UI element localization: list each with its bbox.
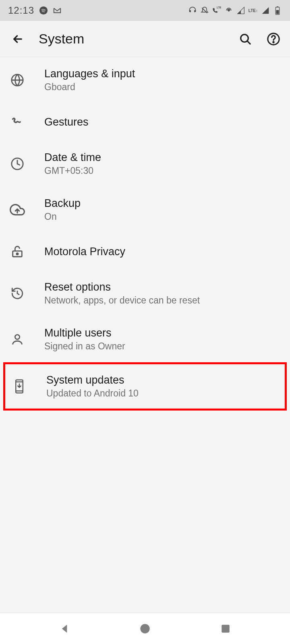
backup-item[interactable]: Backup On: [0, 187, 290, 233]
item-subtitle: Updated to Android 10: [46, 388, 139, 399]
item-text: Date & time GMT+05:30: [44, 151, 101, 176]
item-title: Multiple users: [44, 327, 125, 339]
status-right: LTE LTE↕: [188, 6, 282, 15]
battery-icon: [273, 6, 282, 15]
nav-home-button[interactable]: [135, 619, 155, 639]
clock-icon: [9, 155, 26, 172]
signal-1-icon: [236, 6, 245, 15]
motorola-privacy-item[interactable]: Motorola Privacy: [0, 233, 290, 270]
status-left: 12:13: [8, 5, 62, 16]
item-text: Multiple users Signed in as Owner: [44, 327, 125, 352]
cloud-upload-icon: [9, 201, 26, 218]
item-title: Date & time: [44, 151, 101, 164]
date-time-item[interactable]: Date & time GMT+05:30: [0, 141, 290, 187]
svg-point-13: [15, 335, 19, 339]
nav-bar: [0, 613, 290, 644]
multiple-users-item[interactable]: Multiple users Signed in as Owner: [0, 316, 290, 362]
svg-point-8: [273, 41, 274, 42]
person-icon: [9, 331, 26, 348]
globe-icon: [9, 72, 26, 89]
item-text: Backup On: [44, 197, 81, 222]
item-text: Motorola Privacy: [44, 246, 125, 258]
system-update-icon: [11, 378, 28, 395]
status-time: 12:13: [8, 5, 34, 16]
page-title: System: [39, 31, 226, 47]
unlock-icon: [9, 243, 26, 260]
item-title: Motorola Privacy: [44, 246, 125, 258]
search-button[interactable]: [238, 32, 252, 46]
svg-text:LTE: LTE: [217, 6, 221, 9]
item-title: Backup: [44, 197, 81, 210]
signal-2-icon: [261, 6, 270, 15]
gestures-item[interactable]: Gestures: [0, 103, 290, 141]
reset-options-item[interactable]: Reset options Network, apps, or device c…: [0, 270, 290, 316]
item-title: Gestures: [44, 116, 89, 128]
lte-label: LTE↕: [249, 8, 258, 13]
system-updates-item[interactable]: System updates Updated to Android 10: [3, 362, 287, 411]
gesture-icon: [9, 114, 26, 130]
svg-rect-5: [276, 10, 279, 14]
item-text: Gestures: [44, 116, 89, 128]
app-bar: System: [0, 21, 290, 57]
item-text: Reset options Network, apps, or device c…: [44, 281, 200, 306]
item-subtitle: GMT+05:30: [44, 165, 101, 176]
hotspot-icon: [224, 6, 233, 15]
dnd-icon: [200, 6, 209, 15]
item-title: Languages & input: [44, 68, 135, 80]
status-bar: 12:13 LTE LTE↕: [0, 0, 290, 21]
nav-back-button[interactable]: [54, 619, 75, 639]
volte-icon: LTE: [212, 6, 221, 15]
item-text: System updates Updated to Android 10: [46, 374, 139, 399]
svg-rect-4: [277, 6, 278, 7]
help-button[interactable]: [267, 32, 280, 46]
gmail-icon: [53, 6, 62, 15]
languages-input-item[interactable]: Languages & input Gboard: [0, 57, 290, 103]
settings-list: Languages & input Gboard Gestures Date &…: [0, 57, 290, 613]
svg-point-12: [17, 253, 18, 255]
svg-point-2: [228, 10, 229, 11]
restore-icon: [9, 285, 26, 302]
svg-rect-16: [222, 625, 230, 633]
app-bar-actions: [238, 32, 280, 46]
item-subtitle: Signed in as Owner: [44, 341, 125, 352]
headphones-icon: [188, 6, 197, 15]
item-subtitle: On: [44, 211, 81, 222]
item-title: Reset options: [44, 281, 200, 293]
spotify-icon: [39, 6, 48, 15]
nav-recent-button[interactable]: [215, 619, 236, 639]
item-text: Languages & input Gboard: [44, 68, 135, 93]
item-subtitle: Network, apps, or device can be reset: [44, 295, 200, 306]
item-subtitle: Gboard: [44, 82, 135, 93]
svg-point-15: [140, 624, 149, 633]
back-button[interactable]: [10, 31, 26, 47]
item-title: System updates: [46, 374, 139, 386]
